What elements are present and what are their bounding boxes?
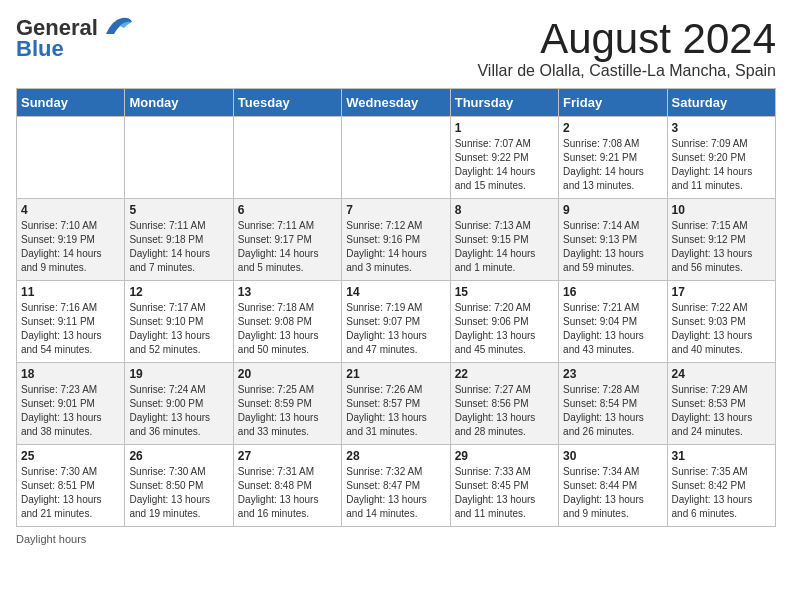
day-number: 30 xyxy=(563,449,662,463)
calendar-day-cell: 8Sunrise: 7:13 AM Sunset: 9:15 PM Daylig… xyxy=(450,199,558,281)
calendar-body: 1Sunrise: 7:07 AM Sunset: 9:22 PM Daylig… xyxy=(17,117,776,527)
calendar-day-cell: 5Sunrise: 7:11 AM Sunset: 9:18 PM Daylig… xyxy=(125,199,233,281)
calendar-week-row: 4Sunrise: 7:10 AM Sunset: 9:19 PM Daylig… xyxy=(17,199,776,281)
day-info: Sunrise: 7:35 AM Sunset: 8:42 PM Dayligh… xyxy=(672,465,771,521)
calendar-day-cell: 24Sunrise: 7:29 AM Sunset: 8:53 PM Dayli… xyxy=(667,363,775,445)
day-info: Sunrise: 7:29 AM Sunset: 8:53 PM Dayligh… xyxy=(672,383,771,439)
calendar-day-cell: 30Sunrise: 7:34 AM Sunset: 8:44 PM Dayli… xyxy=(559,445,667,527)
day-info: Sunrise: 7:13 AM Sunset: 9:15 PM Dayligh… xyxy=(455,219,554,275)
calendar-day-cell xyxy=(342,117,450,199)
calendar-day-cell: 19Sunrise: 7:24 AM Sunset: 9:00 PM Dayli… xyxy=(125,363,233,445)
day-info: Sunrise: 7:23 AM Sunset: 9:01 PM Dayligh… xyxy=(21,383,120,439)
day-number: 23 xyxy=(563,367,662,381)
calendar-day-cell: 28Sunrise: 7:32 AM Sunset: 8:47 PM Dayli… xyxy=(342,445,450,527)
day-info: Sunrise: 7:08 AM Sunset: 9:21 PM Dayligh… xyxy=(563,137,662,193)
day-number: 2 xyxy=(563,121,662,135)
location-title: Villar de Olalla, Castille-La Mancha, Sp… xyxy=(477,62,776,80)
day-number: 8 xyxy=(455,203,554,217)
calendar-day-cell: 27Sunrise: 7:31 AM Sunset: 8:48 PM Dayli… xyxy=(233,445,341,527)
day-number: 17 xyxy=(672,285,771,299)
day-number: 10 xyxy=(672,203,771,217)
day-number: 4 xyxy=(21,203,120,217)
day-number: 15 xyxy=(455,285,554,299)
weekday-header-cell: Sunday xyxy=(17,89,125,117)
logo-blue-text: Blue xyxy=(16,36,64,62)
day-info: Sunrise: 7:10 AM Sunset: 9:19 PM Dayligh… xyxy=(21,219,120,275)
day-info: Sunrise: 7:14 AM Sunset: 9:13 PM Dayligh… xyxy=(563,219,662,275)
calendar-day-cell: 11Sunrise: 7:16 AM Sunset: 9:11 PM Dayli… xyxy=(17,281,125,363)
day-number: 3 xyxy=(672,121,771,135)
day-number: 29 xyxy=(455,449,554,463)
day-info: Sunrise: 7:27 AM Sunset: 8:56 PM Dayligh… xyxy=(455,383,554,439)
day-number: 22 xyxy=(455,367,554,381)
calendar-day-cell: 25Sunrise: 7:30 AM Sunset: 8:51 PM Dayli… xyxy=(17,445,125,527)
month-title: August 2024 xyxy=(477,16,776,62)
day-number: 5 xyxy=(129,203,228,217)
day-info: Sunrise: 7:11 AM Sunset: 9:17 PM Dayligh… xyxy=(238,219,337,275)
day-number: 24 xyxy=(672,367,771,381)
day-info: Sunrise: 7:16 AM Sunset: 9:11 PM Dayligh… xyxy=(21,301,120,357)
calendar-day-cell xyxy=(233,117,341,199)
day-number: 18 xyxy=(21,367,120,381)
day-info: Sunrise: 7:09 AM Sunset: 9:20 PM Dayligh… xyxy=(672,137,771,193)
logo: General Blue xyxy=(16,16,134,62)
day-number: 21 xyxy=(346,367,445,381)
calendar-day-cell: 3Sunrise: 7:09 AM Sunset: 9:20 PM Daylig… xyxy=(667,117,775,199)
day-info: Sunrise: 7:22 AM Sunset: 9:03 PM Dayligh… xyxy=(672,301,771,357)
day-info: Sunrise: 7:24 AM Sunset: 9:00 PM Dayligh… xyxy=(129,383,228,439)
calendar-day-cell: 20Sunrise: 7:25 AM Sunset: 8:59 PM Dayli… xyxy=(233,363,341,445)
footer-note: Daylight hours xyxy=(16,533,776,545)
day-number: 19 xyxy=(129,367,228,381)
day-number: 25 xyxy=(21,449,120,463)
calendar-week-row: 11Sunrise: 7:16 AM Sunset: 9:11 PM Dayli… xyxy=(17,281,776,363)
day-number: 1 xyxy=(455,121,554,135)
day-info: Sunrise: 7:34 AM Sunset: 8:44 PM Dayligh… xyxy=(563,465,662,521)
calendar-day-cell: 29Sunrise: 7:33 AM Sunset: 8:45 PM Dayli… xyxy=(450,445,558,527)
calendar-day-cell: 7Sunrise: 7:12 AM Sunset: 9:16 PM Daylig… xyxy=(342,199,450,281)
title-area: August 2024 Villar de Olalla, Castille-L… xyxy=(477,16,776,80)
day-number: 9 xyxy=(563,203,662,217)
calendar-week-row: 1Sunrise: 7:07 AM Sunset: 9:22 PM Daylig… xyxy=(17,117,776,199)
day-info: Sunrise: 7:26 AM Sunset: 8:57 PM Dayligh… xyxy=(346,383,445,439)
calendar-day-cell: 26Sunrise: 7:30 AM Sunset: 8:50 PM Dayli… xyxy=(125,445,233,527)
day-info: Sunrise: 7:28 AM Sunset: 8:54 PM Dayligh… xyxy=(563,383,662,439)
calendar-day-cell: 23Sunrise: 7:28 AM Sunset: 8:54 PM Dayli… xyxy=(559,363,667,445)
calendar-day-cell: 31Sunrise: 7:35 AM Sunset: 8:42 PM Dayli… xyxy=(667,445,775,527)
day-info: Sunrise: 7:18 AM Sunset: 9:08 PM Dayligh… xyxy=(238,301,337,357)
day-number: 31 xyxy=(672,449,771,463)
day-number: 14 xyxy=(346,285,445,299)
calendar-day-cell: 9Sunrise: 7:14 AM Sunset: 9:13 PM Daylig… xyxy=(559,199,667,281)
weekday-header-cell: Friday xyxy=(559,89,667,117)
calendar-day-cell xyxy=(17,117,125,199)
calendar-day-cell: 22Sunrise: 7:27 AM Sunset: 8:56 PM Dayli… xyxy=(450,363,558,445)
calendar-day-cell: 10Sunrise: 7:15 AM Sunset: 9:12 PM Dayli… xyxy=(667,199,775,281)
calendar-day-cell: 2Sunrise: 7:08 AM Sunset: 9:21 PM Daylig… xyxy=(559,117,667,199)
day-info: Sunrise: 7:15 AM Sunset: 9:12 PM Dayligh… xyxy=(672,219,771,275)
day-info: Sunrise: 7:30 AM Sunset: 8:50 PM Dayligh… xyxy=(129,465,228,521)
calendar-day-cell: 15Sunrise: 7:20 AM Sunset: 9:06 PM Dayli… xyxy=(450,281,558,363)
logo-bird-icon xyxy=(102,16,134,38)
weekday-header-cell: Thursday xyxy=(450,89,558,117)
weekday-header-cell: Monday xyxy=(125,89,233,117)
day-info: Sunrise: 7:20 AM Sunset: 9:06 PM Dayligh… xyxy=(455,301,554,357)
calendar-week-row: 18Sunrise: 7:23 AM Sunset: 9:01 PM Dayli… xyxy=(17,363,776,445)
calendar-day-cell: 4Sunrise: 7:10 AM Sunset: 9:19 PM Daylig… xyxy=(17,199,125,281)
calendar-day-cell xyxy=(125,117,233,199)
weekday-header-row: SundayMondayTuesdayWednesdayThursdayFrid… xyxy=(17,89,776,117)
day-number: 6 xyxy=(238,203,337,217)
day-info: Sunrise: 7:33 AM Sunset: 8:45 PM Dayligh… xyxy=(455,465,554,521)
day-number: 11 xyxy=(21,285,120,299)
day-info: Sunrise: 7:30 AM Sunset: 8:51 PM Dayligh… xyxy=(21,465,120,521)
calendar-day-cell: 12Sunrise: 7:17 AM Sunset: 9:10 PM Dayli… xyxy=(125,281,233,363)
day-info: Sunrise: 7:11 AM Sunset: 9:18 PM Dayligh… xyxy=(129,219,228,275)
day-info: Sunrise: 7:07 AM Sunset: 9:22 PM Dayligh… xyxy=(455,137,554,193)
calendar-day-cell: 21Sunrise: 7:26 AM Sunset: 8:57 PM Dayli… xyxy=(342,363,450,445)
weekday-header-cell: Saturday xyxy=(667,89,775,117)
day-info: Sunrise: 7:25 AM Sunset: 8:59 PM Dayligh… xyxy=(238,383,337,439)
calendar-day-cell: 17Sunrise: 7:22 AM Sunset: 9:03 PM Dayli… xyxy=(667,281,775,363)
day-info: Sunrise: 7:31 AM Sunset: 8:48 PM Dayligh… xyxy=(238,465,337,521)
calendar-day-cell: 14Sunrise: 7:19 AM Sunset: 9:07 PM Dayli… xyxy=(342,281,450,363)
day-number: 13 xyxy=(238,285,337,299)
day-number: 27 xyxy=(238,449,337,463)
day-info: Sunrise: 7:19 AM Sunset: 9:07 PM Dayligh… xyxy=(346,301,445,357)
